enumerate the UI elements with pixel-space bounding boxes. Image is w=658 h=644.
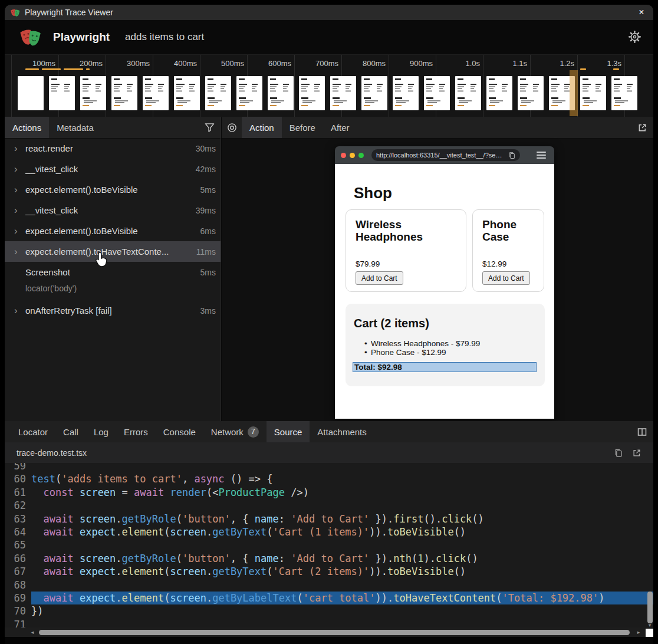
url-bar: http://localhost:63315/__vitest_test__/?… [371, 149, 520, 161]
scroll-left-arrow-icon[interactable]: ◂ [29, 629, 35, 635]
code-content: await expect.element(screen.getByText('C… [31, 525, 653, 538]
browser-menu-icon[interactable] [537, 152, 546, 159]
action-row[interactable]: ›expect.element().toBeVisible6ms [5, 221, 221, 241]
code-line: 68 [5, 579, 653, 592]
tab-attachments[interactable]: Attachments [310, 421, 374, 442]
line-number: 69 [5, 592, 26, 604]
copy-source-icon[interactable] [614, 448, 623, 458]
filmstrip-thumbnail[interactable] [424, 76, 450, 110]
tab-console[interactable]: Console [156, 421, 203, 442]
copy-url-icon[interactable] [508, 152, 515, 159]
open-external-icon[interactable] [637, 123, 647, 133]
actions-panel: ActionsMetadata ›react.render30ms›__vite… [5, 117, 221, 421]
tab-actions[interactable]: Actions [5, 117, 49, 138]
snapshot-area[interactable]: http://localhost:63315/__vitest_test__/?… [222, 138, 653, 421]
filmstrip-thumbnail[interactable] [205, 76, 231, 110]
filmstrip-thumbnail[interactable] [111, 76, 137, 110]
horizontal-scroll-thumb[interactable] [39, 630, 630, 635]
product-price: $79.99 [356, 259, 380, 268]
action-row[interactable]: ›expect.element().toHaveTextConte...11ms [5, 241, 221, 262]
timeline-action-mark [64, 68, 83, 70]
chevron-right-icon[interactable]: › [14, 164, 21, 174]
tab-source[interactable]: Source [267, 421, 310, 442]
filmstrip-thumbnail[interactable] [236, 76, 262, 110]
tab-network[interactable]: Network7 [203, 421, 267, 442]
tab-before[interactable]: Before [282, 117, 323, 138]
scrollbar-corner [646, 629, 653, 637]
chevron-right-icon[interactable]: › [14, 226, 21, 236]
chevron-right-icon[interactable]: › [14, 143, 21, 153]
actions-tabstrip: ActionsMetadata [5, 117, 221, 139]
split-view-icon[interactable] [637, 427, 647, 437]
title-bar: Playwright Trace Viewer × [5, 5, 653, 20]
action-locator: locator('body') [5, 282, 221, 300]
filter-icon[interactable] [205, 123, 215, 132]
code-content: const screen = await render(<ProductPage… [31, 486, 653, 499]
filmstrip-thumbnail[interactable] [268, 76, 294, 110]
chevron-right-icon[interactable]: › [14, 247, 21, 257]
open-source-external-icon[interactable] [632, 448, 641, 458]
code-line: 67 await expect.element(screen.getByText… [5, 565, 653, 578]
tab-locator[interactable]: Locator [11, 421, 55, 442]
filmstrip-thumbnail[interactable] [486, 76, 512, 110]
add-to-cart-button[interactable]: Add to Cart [482, 271, 530, 285]
action-name: Screenshot [25, 267, 70, 277]
filmstrip-thumbnail[interactable] [143, 76, 169, 110]
filmstrip[interactable] [18, 76, 637, 110]
action-name: onAfterRetryTask [fail] [25, 305, 112, 316]
chevron-right-icon[interactable]: › [14, 205, 21, 215]
tab-action[interactable]: Action [242, 117, 282, 138]
action-duration: 5ms [196, 268, 216, 277]
filmstrip-thumbnail[interactable] [330, 76, 356, 110]
filmstrip-thumbnail[interactable] [18, 76, 44, 110]
filmstrip-thumbnail[interactable] [49, 76, 75, 110]
close-icon[interactable]: × [636, 8, 647, 17]
action-name: expect.element().toBeVisible [25, 185, 138, 195]
chevron-right-icon[interactable]: › [14, 185, 21, 195]
product-name: Wireless Headphones [356, 218, 466, 243]
action-row[interactable]: ›react.render30ms [5, 138, 221, 159]
code-lines: 5960test('adds items to cart', async () … [5, 463, 653, 627]
code-line: 60test('adds items to cart', async () =>… [5, 472, 653, 485]
code-content: await screen.getByRole('button', { name:… [31, 512, 653, 525]
snapshot-tabs: ActionBeforeAfter [242, 117, 357, 138]
tab-errors[interactable]: Errors [116, 421, 156, 442]
tab-metadata[interactable]: Metadata [49, 117, 101, 138]
filmstrip-thumbnail[interactable] [299, 76, 325, 110]
action-row[interactable]: ›onAfterRetryTask [fail]3ms [5, 300, 221, 321]
filmstrip-thumbnail[interactable] [580, 76, 606, 110]
tab-log[interactable]: Log [86, 421, 116, 442]
filmstrip-thumbnail[interactable] [80, 76, 106, 110]
code-line: 70}) [5, 604, 653, 617]
code-line: 63 await screen.getByRole('button', { na… [5, 512, 653, 525]
tab-call[interactable]: Call [55, 421, 86, 442]
action-row[interactable]: Screenshot5ms [5, 262, 221, 282]
action-list: ›react.render30ms›__vitest_click42ms›exp… [5, 138, 221, 421]
filmstrip-thumbnail[interactable] [393, 76, 419, 110]
tab-after[interactable]: After [323, 117, 357, 138]
timeline-action-mark [580, 68, 586, 70]
action-row[interactable]: ›expect.element().toBeVisible5ms [5, 179, 221, 200]
action-row[interactable]: ›__vitest_click39ms [5, 200, 221, 221]
action-row[interactable]: ›__vitest_click42ms [5, 159, 221, 179]
filmstrip-thumbnail[interactable] [518, 76, 544, 110]
cart-item: Wireless Headphones - $79.99 [371, 339, 480, 348]
timeline[interactable]: 100ms200ms300ms400ms500ms600ms700ms800ms… [5, 54, 653, 117]
target-icon[interactable] [227, 123, 237, 133]
settings-gear-icon[interactable] [628, 30, 641, 44]
filmstrip-thumbnail[interactable] [361, 76, 387, 110]
playwright-masks-icon [11, 8, 20, 17]
filmstrip-thumbnail[interactable] [611, 76, 637, 110]
horizontal-scrollbar[interactable]: ◂ ▸ [5, 627, 653, 637]
chevron-right-icon[interactable]: › [14, 305, 21, 316]
filmstrip-thumbnail[interactable] [174, 76, 200, 110]
line-number: 62 [5, 499, 26, 512]
line-number: 61 [5, 486, 26, 499]
filmstrip-thumbnail[interactable] [455, 76, 481, 110]
add-to-cart-button[interactable]: Add to Cart [356, 271, 403, 285]
line-number: 65 [5, 538, 26, 551]
scroll-down-arrow-icon[interactable]: ▾ [647, 622, 653, 628]
timeline-gridline [11, 55, 12, 117]
scroll-right-arrow-icon[interactable]: ▸ [636, 629, 641, 635]
vertical-scroll-thumb[interactable] [647, 592, 653, 623]
